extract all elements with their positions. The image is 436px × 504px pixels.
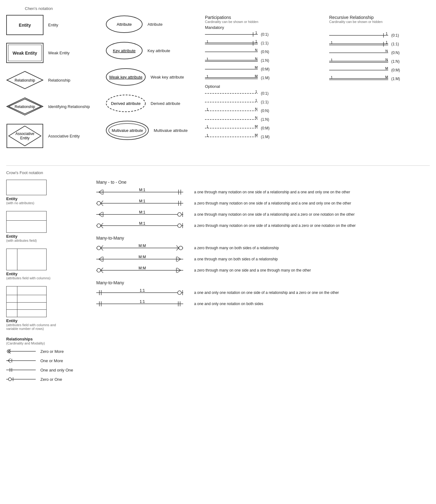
key-attr-text-label: Key attribute [148,48,170,53]
svg-line-93 [99,192,102,195]
crow-entity-cols-item: Entity (attributes field with columns) [6,249,87,280]
svg-text:Entity: Entity [20,136,30,140]
svg-text:Key attribute: Key attribute [113,48,136,53]
svg-line-82 [8,361,11,363]
svg-text:Attribute: Attribute [117,22,132,27]
svg-text:N: N [255,49,257,52]
svg-line-109 [99,214,102,217]
assoc-entity-text-label: Associative Entity [48,134,80,138]
svg-text:M: M [385,76,388,79]
svg-text:N: N [385,50,388,53]
mandatory-1-m: 1 M (1:M) [205,75,323,81]
legend-one-only: One and only One [6,367,87,373]
recursive-subtitle: Cardinality can be shown or hidden [329,20,429,24]
svg-line-81 [8,358,11,361]
weak-entity-shape: Weak Entity [6,43,43,63]
crow-entity-simple-label: Entity [6,196,87,201]
recursive-0-m: M (0:M) [329,67,429,73]
attribute-row: Attribute Attribute [106,15,205,34]
mandatory-0-1: 1 (0:1) [205,31,323,38]
svg-text:M: M [255,125,257,128]
recursive-0-n: N (0:N) [329,50,429,56]
optional-0-1: 1 (0:1) [205,90,323,97]
legend-zero-or-one: Zero or One [6,376,87,382]
assoc-entity-shape: Associative Entity [6,124,43,148]
svg-text:1: 1 [386,41,388,44]
zero-or-more-label: Zero or More [40,349,64,354]
svg-text:Derived attribute: Derived attribute [111,101,140,106]
mandatory-0-m: M (0:M) [205,66,323,72]
svg-line-101 [101,201,103,203]
crow-entity-full [6,286,47,317]
svg-text:M: M [255,75,257,78]
svg-text:Weak key attribute: Weak key attribute [109,75,142,79]
svg-text:Associative: Associative [16,132,34,136]
entity-text-label: Entity [48,23,58,27]
svg-text:1:1: 1:1 [140,289,145,293]
svg-point-100 [97,201,101,205]
recursive-title: Recursive Relationship [329,15,429,20]
mm-desc-1: a zero through many on both sides of a r… [194,246,430,250]
svg-text:M: M [385,67,388,70]
identifying-rel-row: Relationship Identifying Relationship [6,97,106,116]
m1-desc-2: a zero through many notation on one side… [194,201,430,205]
crows-title: Crow's Foot notation [6,170,430,175]
multivalue-text-label: Multivalue attribute [154,128,188,133]
zero-or-one-label: Zero or One [40,377,62,382]
crow-entity-simple [6,180,47,195]
svg-text:N: N [255,108,257,111]
relationships-legend: Relationships (Cardinality and Modality) [6,337,87,382]
key-attr-shape: Key attribute [106,41,143,60]
m1-row-1: M:1 a one through many notation on one s… [96,188,430,196]
rel-legend-title: Relationships [6,337,87,341]
crow-entity-full-label: Entity [6,318,87,323]
recursive-1-n: 1 N (1:N) [329,58,429,65]
11-desc-2: a one and only one notation on both side… [194,302,430,306]
recursive-1-1: 1 1 (1:1) [329,41,429,47]
recursive-1-m: 1 M (1:M) [329,76,429,82]
mandatory-1-n: 1 N (1:N) [205,57,323,64]
weak-entity-label: Weak Entity [12,51,37,56]
relationship-row: Relationship Relationship [6,71,106,89]
svg-text:N: N [385,58,388,61]
multivalue-shape: Multivalue attribute [106,120,149,141]
weak-entity-row: Weak Entity Weak Entity [6,43,106,63]
svg-point-144 [97,268,101,272]
optional-1-1: 1 (1:1) [205,99,323,105]
svg-line-135 [99,259,102,262]
m1-row-2: M:1 a zero through many notation on one … [96,200,430,207]
svg-text:Multivalue attribute: Multivalue attribute [112,128,143,133]
svg-line-102 [101,203,103,206]
crow-entity-cols-sublabel: (attributes field with columns) [6,276,87,280]
11-row-1: 1:1 a one and only one notation on one s… [96,289,430,296]
crow-entity-simple-item: Entity (with no attributes) [6,180,87,205]
weak-key-text-label: Weak key attribute [151,75,184,79]
crow-entity-attrs-sublabel: (with attributes field) [6,239,87,242]
derived-attr-text-label: Derived attribute [151,101,180,106]
11-desc-1: a one and only one notation on one side … [194,290,430,295]
svg-line-134 [99,257,102,259]
svg-text:1: 1 [255,99,257,102]
svg-text:N: N [255,57,257,61]
mm-row-3: M:M a zero through many on one side and … [96,267,430,274]
m1-desc-3: a one through many notation on one side … [194,212,430,217]
svg-line-126 [101,248,103,250]
svg-text:1: 1 [255,40,257,43]
mm-row-2: M:M a one through many on both sides of … [96,255,430,263]
derived-attr-row: Derived attribute Derived attribute [106,94,205,113]
optional-0-n: 1 N (0:N) [205,108,323,114]
svg-line-139 [177,257,181,259]
m1-desc-4: a zero through many notation on one side… [194,223,430,228]
svg-point-157 [178,291,181,295]
m1-row-4: M:1 a zero through many notation on one … [96,222,430,229]
derived-attr-shape: Derived attribute [106,94,146,113]
svg-text:M:1: M:1 [139,200,145,203]
svg-text:M:M: M:M [139,267,146,270]
svg-point-89 [8,378,11,381]
svg-text:Relationship: Relationship [15,78,35,83]
svg-line-140 [177,259,181,262]
svg-line-150 [177,270,181,273]
one-only-label: One and only One [40,368,73,372]
svg-line-92 [99,190,102,192]
svg-line-130 [176,245,179,248]
